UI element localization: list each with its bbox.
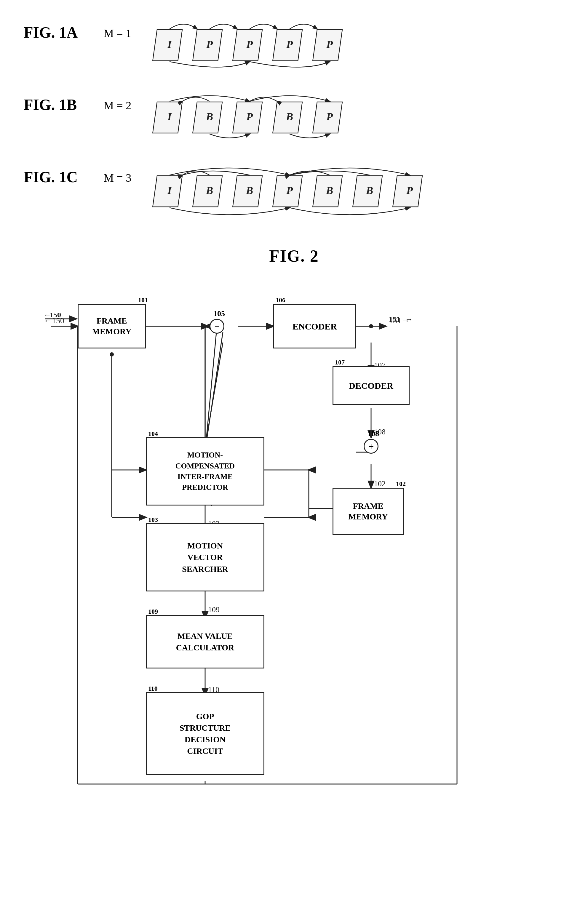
- fig1c-label: FIG. 1C: [24, 162, 101, 186]
- fig1b-label: FIG. 1B: [24, 90, 101, 113]
- decoder-ref: 107: [335, 358, 345, 367]
- mean-value-109: 109 MEAN VALUE CALCULATOR: [146, 615, 264, 668]
- fig1a-section: FIG. 1A M = 1 I P P P: [24, 18, 564, 78]
- svg-text:102: 102: [374, 479, 386, 488]
- fig2-diagram: ←150 151→ 107 108 102: [42, 280, 546, 843]
- fig1b-arrows-svg: I B P B P: [151, 90, 394, 149]
- output-151: 151 →: [388, 313, 423, 327]
- fig1b-m-label: M = 2: [104, 90, 145, 112]
- fig1b-section: FIG. 1B M = 2 I B: [24, 90, 564, 150]
- fig1a-label: FIG. 1A: [24, 18, 101, 41]
- fig1b-frames: I B P B P: [151, 90, 394, 150]
- encoder-ref: 106: [276, 296, 285, 305]
- fig2-title: FIG. 2: [24, 247, 564, 266]
- svg-point-72: [110, 352, 114, 357]
- svg-text:I: I: [167, 111, 172, 123]
- input-150: ← 150: [44, 313, 79, 327]
- svg-text:B: B: [286, 111, 293, 123]
- svg-line-62: [205, 332, 223, 451]
- motion-vector-ref: 103: [148, 515, 158, 524]
- gop-110: 110 GOP STRUCTURE DECISION CIRCUIT: [146, 692, 264, 775]
- mean-value-ref: 109: [148, 607, 158, 616]
- fig1a-arrows-svg: I P P P P: [151, 18, 394, 77]
- frame-memory-101-ref: 101: [138, 296, 148, 305]
- fig1c-frames: I B B P B: [151, 162, 465, 229]
- svg-text:P: P: [286, 185, 293, 197]
- subtract-ref: 105: [213, 309, 225, 318]
- fig1a-m-label: M = 1: [104, 18, 145, 40]
- fig1c-m-label: M = 3: [104, 162, 145, 184]
- decoder-107: 107 DECODER: [333, 366, 410, 405]
- fig1a-frames: I P P P P: [151, 18, 394, 78]
- predictor-104: 104 MOTION- COMPENSATED INTER-FRAME PRED…: [146, 437, 264, 505]
- fig1c-section: FIG. 1C M = 3 I B: [24, 162, 564, 229]
- subtract-node-105: − 105: [210, 319, 225, 334]
- svg-text:P: P: [286, 39, 293, 50]
- svg-text:P: P: [326, 39, 333, 50]
- add-node-108: + 108: [363, 439, 378, 453]
- encoder-106: 106 ENCODER: [273, 304, 356, 349]
- svg-text:B: B: [206, 111, 213, 123]
- svg-text:P: P: [406, 185, 413, 197]
- predictor-ref: 104: [148, 429, 158, 439]
- svg-text:→: →: [405, 315, 413, 324]
- svg-line-47: [205, 326, 217, 452]
- svg-text:109: 109: [208, 605, 220, 614]
- svg-text:B: B: [326, 185, 333, 197]
- fig2-connections-svg: ←150 151→ 107 108 102: [42, 280, 546, 843]
- svg-text:I: I: [167, 185, 172, 197]
- svg-text:150: 150: [50, 313, 61, 319]
- fig1c-arrows-svg: I B B P B: [151, 162, 465, 228]
- frame-memory-102-ref: 102: [396, 480, 406, 488]
- svg-point-71: [369, 324, 373, 328]
- frame-memory-102: 102 FRAME MEMORY: [333, 488, 404, 535]
- svg-text:B: B: [206, 185, 213, 197]
- gop-ref: 110: [148, 684, 158, 693]
- svg-text:P: P: [326, 111, 333, 123]
- svg-text:P: P: [246, 39, 253, 50]
- svg-line-59: [205, 342, 223, 446]
- svg-text:B: B: [366, 185, 373, 197]
- motion-vector-103: 103 MOTION VECTOR SEARCHER: [146, 523, 264, 591]
- frame-memory-101: 101 FRAME MEMORY: [78, 304, 146, 349]
- svg-text:151: 151: [389, 315, 401, 324]
- svg-text:P: P: [246, 111, 253, 123]
- add-ref: 108: [367, 429, 379, 438]
- fig2-section: FIG. 2 ←150: [24, 247, 564, 843]
- svg-text:P: P: [206, 39, 213, 50]
- svg-text:B: B: [246, 185, 253, 197]
- svg-text:I: I: [167, 39, 172, 50]
